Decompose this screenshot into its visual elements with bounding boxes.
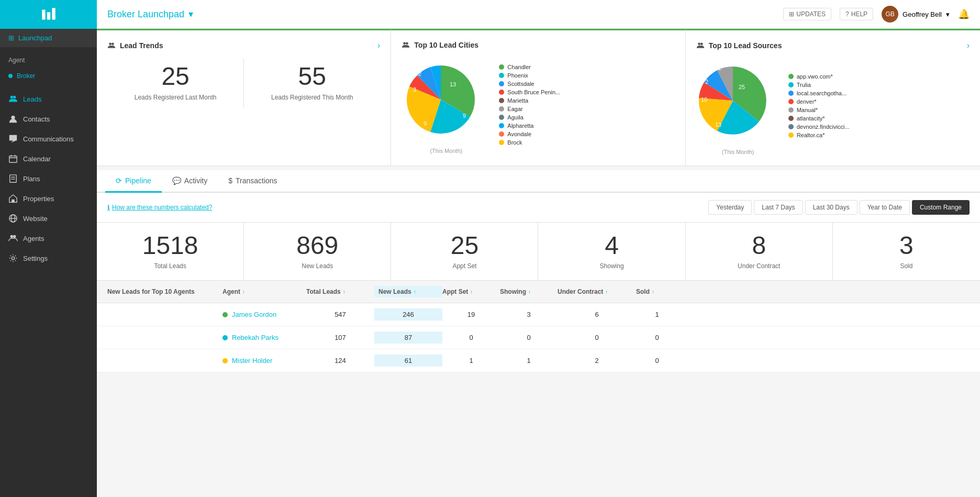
top-cities-header: Top 10 Lead Cities	[402, 41, 674, 49]
legend-item-denver: denver*	[788, 98, 850, 105]
tab-transactions[interactable]: $ Transactions	[218, 170, 287, 193]
svg-rect-6	[9, 156, 17, 163]
row2-dot	[222, 335, 228, 340]
last7days-button[interactable]: Last 7 Days	[754, 200, 803, 215]
th-under-contract[interactable]: Under Contract ↑	[558, 288, 636, 295]
sidebar-item-communications[interactable]: Communications	[0, 129, 97, 149]
sidebar: ⊞ Launchpad Agent Broker Leads Contacts …	[0, 0, 97, 497]
svg-text:2: 2	[705, 79, 708, 85]
showing-number: 4	[543, 233, 680, 258]
calculation-help-link[interactable]: ℹ How are these numbers calculated?	[107, 204, 212, 211]
sort-agent-icon: ↑	[242, 289, 245, 295]
legend-item-aguila: Aguila	[499, 114, 560, 120]
sidebar-item-properties-label: Properties	[23, 195, 54, 203]
top-cards-section: Lead Trends › 25 Leads Registered Last M…	[97, 29, 980, 166]
notification-icon[interactable]: 🔔	[958, 8, 970, 20]
avatar-initials: GB	[882, 6, 898, 23]
sort-total-icon: ↑	[343, 289, 346, 295]
top-sources-header: Top 10 Lead Sources ›	[696, 41, 970, 50]
sidebar-item-agents-label: Agents	[23, 235, 44, 242]
svg-point-4	[13, 96, 16, 98]
table-row: Mister Holder 124 61 1 1 2 0	[97, 349, 980, 372]
svg-text:10: 10	[701, 96, 707, 103]
tab-pipeline[interactable]: ⟳ Pipeline	[105, 170, 162, 193]
sidebar-item-leads[interactable]: Leads	[0, 89, 97, 109]
row3-under-contract: 2	[558, 357, 636, 365]
row1-under-contract: 6	[558, 311, 636, 318]
customrange-button[interactable]: Custom Range	[912, 200, 970, 215]
th-agent[interactable]: Agent ↑	[222, 288, 306, 295]
updates-button[interactable]: ⊞ UPDATES	[783, 8, 831, 20]
top-cities-body: 13 9 9 3 2 2 (This Month) Chandler Phoen…	[402, 58, 674, 154]
row1-sold: 1	[636, 311, 678, 318]
pipeline-section: ⟳ Pipeline 💬 Activity $ Transactions ℹ H…	[97, 170, 980, 372]
th-appt-set[interactable]: Appt Set ↑	[442, 288, 500, 295]
svg-rect-2	[52, 8, 55, 19]
th-sold[interactable]: Sold ↑	[636, 288, 678, 295]
svg-text:2: 2	[418, 71, 421, 77]
sidebar-role-agent[interactable]: Agent	[0, 52, 97, 68]
row3-agent-link[interactable]: Mister Holder	[232, 357, 272, 365]
user-dropdown-arrow: ▾	[946, 10, 950, 18]
sidebar-item-website[interactable]: Website	[0, 208, 97, 228]
stat-appt-set: 25 Appt Set	[391, 223, 538, 280]
top-sources-chevron[interactable]: ›	[967, 41, 970, 50]
last30days-button[interactable]: Last 30 Days	[805, 200, 858, 215]
settings-icon	[8, 253, 18, 263]
sort-sold-icon: ↑	[652, 289, 654, 295]
row1-dot	[222, 312, 228, 317]
svg-point-17	[109, 42, 112, 45]
calendar-icon	[8, 154, 18, 163]
total-leads-number: 1518	[102, 233, 238, 258]
row3-total-leads: 124	[306, 357, 374, 365]
tab-activity[interactable]: 💬 Activity	[162, 170, 218, 193]
sidebar-item-calendar-label: Calendar	[23, 155, 51, 163]
row2-agent-link[interactable]: Rebekah Parks	[232, 334, 279, 341]
legend-item-eagar: Eagar	[499, 106, 560, 112]
new-leads-number: 869	[249, 233, 385, 258]
sidebar-item-plans[interactable]: Plans	[0, 169, 97, 189]
lead-trends-chevron[interactable]: ›	[377, 41, 380, 50]
pipeline-stats-row: 1518 Total Leads 869 New Leads 25 Appt S…	[97, 223, 980, 281]
sidebar-item-communications-label: Communications	[23, 135, 74, 143]
legend-item-atlantacity: atlantacity*	[788, 115, 850, 122]
th-total-leads[interactable]: Total Leads ↑	[306, 288, 374, 295]
contacts-icon	[8, 114, 18, 124]
row2-showing: 0	[500, 334, 558, 341]
sidebar-item-properties[interactable]: Properties	[0, 189, 97, 208]
row2-agent: Rebekah Parks	[222, 334, 306, 341]
legend-item-south-bruce: South Bruce Penin...	[499, 89, 560, 95]
th-new-leads[interactable]: New Leads ↑	[374, 286, 442, 297]
sidebar-item-agents[interactable]: Agents	[0, 228, 97, 248]
yesterday-button[interactable]: Yesterday	[708, 200, 752, 215]
row2-sold: 0	[636, 334, 678, 341]
header-dropdown-arrow[interactable]: ▾	[188, 8, 193, 20]
sidebar-item-settings[interactable]: Settings	[0, 248, 97, 268]
sidebar-item-leads-label: Leads	[23, 95, 41, 103]
sources-legend: app.vwo.com* Trulia local.searchgotha...…	[788, 73, 850, 140]
row1-agent-link[interactable]: James Gordon	[232, 311, 276, 318]
sidebar-role-broker[interactable]: Broker	[0, 68, 97, 84]
stat-new-leads: 869 New Leads	[244, 223, 391, 280]
th-showing[interactable]: Showing ↑	[500, 288, 558, 295]
lead-trends-card: Lead Trends › 25 Leads Registered Last M…	[97, 29, 391, 165]
legend-item-marietta: Marietta	[499, 97, 560, 104]
svg-point-19	[404, 42, 406, 45]
table-row: James Gordon 547 246 19 3 6 1	[97, 303, 980, 326]
svg-text:9: 9	[463, 113, 466, 119]
top-cities-title: Top 10 Lead Cities	[402, 41, 478, 49]
legend-item-manual: Manual*	[788, 107, 850, 113]
sidebar-item-contacts[interactable]: Contacts	[0, 109, 97, 129]
legend-item-avondale: Avondale	[499, 131, 560, 137]
user-menu[interactable]: GB Geoffrey Bell ▾	[882, 6, 950, 23]
row2-appt-set: 0	[442, 334, 500, 341]
yeartodate-button[interactable]: Year to Date	[860, 200, 910, 215]
row2-total-leads: 107	[306, 334, 374, 341]
help-button[interactable]: ? HELP	[840, 8, 873, 20]
stat-total-leads: 1518 Total Leads	[97, 223, 244, 280]
communications-icon	[8, 134, 18, 143]
sidebar-item-calendar[interactable]: Calendar	[0, 149, 97, 169]
svg-point-20	[406, 42, 408, 45]
sort-new-leads-icon: ↑	[414, 289, 416, 295]
sidebar-item-launchpad[interactable]: ⊞ Launchpad	[0, 29, 97, 47]
